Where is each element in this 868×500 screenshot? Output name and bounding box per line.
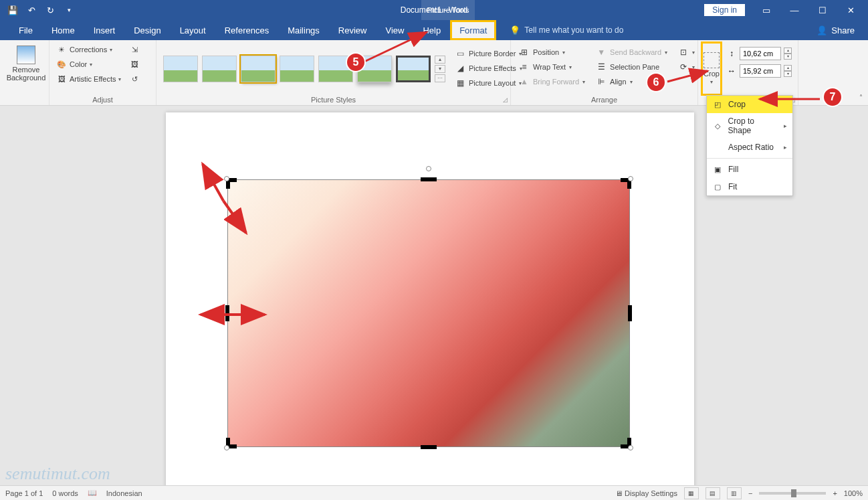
web-layout-button[interactable]: ▥ [727,487,742,499]
tab-format[interactable]: Format [450,20,496,40]
crop-handle-left[interactable] [225,305,229,321]
change-picture-button[interactable]: 🖼 [126,58,142,71]
group-button[interactable]: ⊡▾ [675,46,697,59]
annotation-badge-5: 5 [346,52,366,72]
display-settings[interactable]: 🖥 Display Settings [615,489,677,497]
style-thumb-1[interactable] [163,56,198,82]
language-indicator[interactable]: Indonesian [106,489,142,497]
align-icon: ⊫ [596,76,607,87]
color-button[interactable]: 🎨Color▾ [53,58,124,71]
tell-me-search[interactable]: 💡 Tell me what you want to do [510,25,623,35]
tab-view[interactable]: View [376,20,413,40]
style-thumb-7[interactable] [396,56,431,82]
rotation-handle[interactable] [426,166,431,171]
sign-in-button[interactable]: Sign in [704,4,745,16]
remove-background-button[interactable]: Remove Background [4,43,48,84]
selection-handle[interactable] [224,176,229,181]
undo-button[interactable]: ↶ [23,2,40,18]
rotate-button[interactable]: ⟳▾ [675,60,697,74]
page-indicator[interactable]: Page 1 of 1 [5,489,43,497]
maximize-button[interactable]: ☐ [809,1,836,19]
crop-icon: ◰ [712,99,723,110]
height-input[interactable] [740,47,781,60]
bring-forward-button[interactable]: ▲Bring Forward▾ [516,75,588,88]
fit-icon: ▢ [712,181,723,192]
print-layout-button[interactable]: ▤ [706,487,720,499]
group-label-arrange: Arrange [515,94,693,104]
group-picture-styles: ▴▾⋯ ▭Picture Border▾ ◢Picture Effects▾ ▦… [156,40,511,105]
reset-picture-button[interactable]: ↺ [126,72,142,86]
crop-to-shape-menu-item[interactable]: ◇Crop to Shape▸ [707,113,792,139]
zoom-slider[interactable] [759,492,826,495]
picture-styles-launcher[interactable]: ◿ [503,96,508,103]
close-button[interactable]: ✕ [837,1,864,19]
width-spinner[interactable]: ▴▾ [784,65,792,77]
width-icon: ↔ [726,66,737,76]
selection-handle[interactable] [628,176,633,181]
zoom-in-button[interactable]: + [833,489,837,497]
gallery-more[interactable]: ▴▾⋯ [435,56,445,82]
save-button[interactable]: 💾 [4,2,21,18]
corrections-button[interactable]: ☀Corrections▾ [53,43,124,56]
height-field[interactable]: ↕ ▴▾ [726,47,792,60]
crop-handle-right[interactable] [628,305,632,321]
crop-handle-top[interactable] [421,177,437,181]
height-spinner[interactable]: ▴▾ [784,48,792,60]
crop-handle-bottom[interactable] [421,445,437,449]
tab-design[interactable]: Design [124,20,170,40]
height-icon: ↕ [726,48,737,59]
ribbon-display-button[interactable]: ▭ [753,1,780,19]
status-bar: Page 1 of 1 0 words 📖 Indonesian 🖥 Displ… [0,485,868,500]
width-field[interactable]: ↔ ▴▾ [726,64,792,78]
group-label-picture-styles: Picture Styles [160,94,506,104]
watermark: semutimut.com [5,464,110,484]
selection-handle[interactable] [224,445,229,450]
ribbon-tabs: File Home Insert Design Layout Reference… [0,20,868,40]
annotation-badge-7: 7 [823,87,843,107]
position-icon: ⊞ [519,47,530,58]
collapse-ribbon-button[interactable]: ˄ [859,94,863,101]
crop-dropdown: ◰Crop ◇Crop to Shape▸ Aspect Ratio▸ ▣Fil… [706,95,793,196]
tab-references[interactable]: References [215,20,278,40]
tab-mailings[interactable]: Mailings [278,20,329,40]
style-thumb-3[interactable] [241,56,276,82]
tab-home[interactable]: Home [42,20,84,40]
zoom-level[interactable]: 100% [844,489,863,497]
style-thumb-4[interactable] [280,56,314,82]
tab-layout[interactable]: Layout [171,20,215,40]
effects-icon: ◢ [455,63,465,74]
tab-help[interactable]: Help [413,20,450,40]
tab-review[interactable]: Review [329,20,376,40]
read-mode-button[interactable]: ▦ [684,487,699,499]
send-backward-button[interactable]: ▼Send Backward▾ [593,46,670,59]
tab-file[interactable]: File [9,20,42,40]
compress-icon: ⇲ [129,44,140,55]
share-button[interactable]: 👤 Share [817,25,868,35]
style-thumb-2[interactable] [202,56,237,82]
crop-button[interactable]: Crop ▾ [702,43,721,94]
wrap-text-button[interactable]: ≡Wrap Text▾ [516,60,588,74]
spellcheck-icon[interactable]: 📖 [88,489,97,497]
crop-menu-item[interactable]: ◰Crop [707,96,792,113]
compress-button[interactable]: ⇲ [126,43,142,56]
selection-pane-button[interactable]: ☰Selection Pane [593,60,670,74]
width-input[interactable] [740,64,781,78]
remove-bg-icon [17,46,35,64]
selected-image[interactable] [227,179,630,447]
position-button[interactable]: ⊞Position▾ [516,46,588,59]
artistic-effects-button[interactable]: 🖼Artistic Effects▾ [53,72,124,86]
fill-menu-item[interactable]: ▣Fill [707,161,792,178]
aspect-ratio-menu-item[interactable]: Aspect Ratio▸ [707,139,792,156]
crop-icon [703,52,720,68]
word-count[interactable]: 0 words [52,489,78,497]
zoom-out-button[interactable]: − [748,489,752,497]
redo-button[interactable]: ↻ [41,2,59,18]
share-label: Share [831,25,855,35]
group-adjust: ☀Corrections▾ 🎨Color▾ 🖼Artistic Effects▾… [49,40,156,105]
selection-handle[interactable] [628,445,633,450]
qat-customize[interactable]: ▾ [60,2,78,18]
sun-icon: ☀ [56,44,67,55]
tab-insert[interactable]: Insert [84,20,125,40]
fit-menu-item[interactable]: ▢Fit [707,178,792,195]
minimize-button[interactable]: — [781,1,808,19]
